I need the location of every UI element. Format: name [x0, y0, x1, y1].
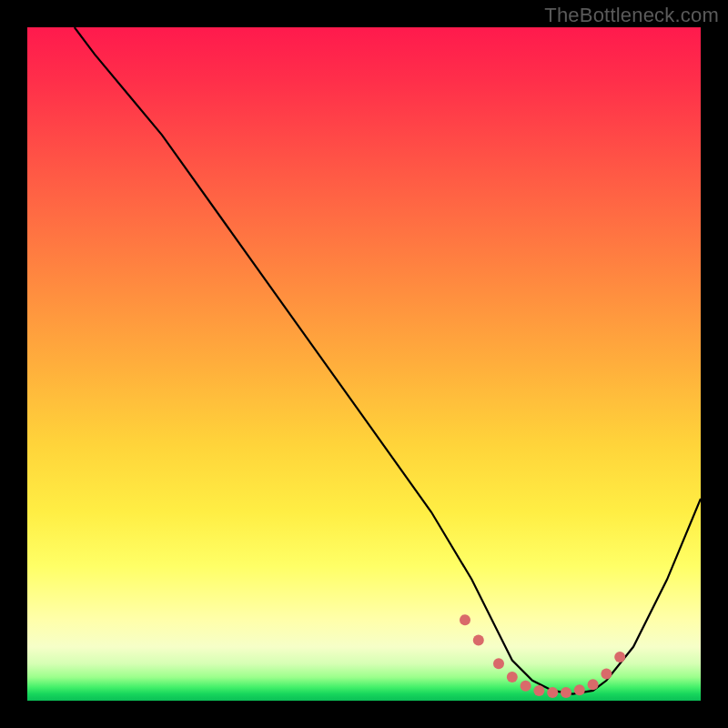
- valley-dot: [561, 687, 571, 698]
- valley-dot: [473, 634, 484, 645]
- curve-path: [75, 27, 701, 694]
- valley-dot: [493, 658, 504, 669]
- chart-frame: TheBottleneck.com: [0, 0, 728, 728]
- valley-dot: [521, 681, 531, 692]
- watermark-text: TheBottleneck.com: [544, 4, 719, 27]
- valley-dot: [588, 679, 599, 690]
- valley-dot: [507, 672, 518, 682]
- valley-dot: [547, 687, 558, 698]
- valley-dot: [601, 668, 612, 679]
- curve-layer: [27, 27, 701, 701]
- valley-dot: [460, 614, 470, 625]
- plot-area: [27, 27, 701, 701]
- bottleneck-curve-line: [75, 27, 701, 694]
- valley-dot: [614, 652, 625, 662]
- valley-dot: [533, 685, 544, 696]
- valley-dot: [574, 684, 585, 695]
